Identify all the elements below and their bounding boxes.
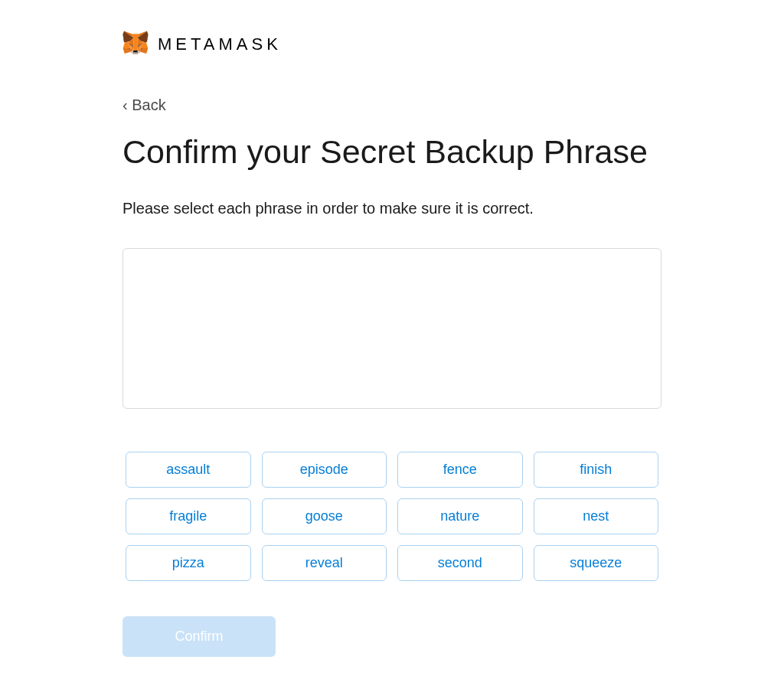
instruction-text: Please select each phrase in order to ma… [122, 200, 662, 217]
word-chip[interactable]: goose [262, 498, 387, 534]
word-chip[interactable]: reveal [262, 545, 387, 581]
word-chip[interactable]: assault [126, 452, 251, 488]
brand-name: METAMASK [158, 34, 282, 54]
word-chip[interactable]: fragile [126, 498, 251, 534]
word-chip[interactable]: fence [397, 452, 523, 488]
word-chip[interactable]: squeeze [534, 545, 659, 581]
word-chip[interactable]: nest [534, 498, 659, 534]
back-link[interactable]: ‹ Back [122, 96, 166, 114]
page-title: Confirm your Secret Backup Phrase [122, 132, 662, 172]
word-chip[interactable]: second [397, 545, 523, 581]
word-grid: assault episode fence finish fragile goo… [122, 452, 662, 581]
svg-marker-23 [133, 50, 138, 52]
metamask-fox-icon [122, 31, 149, 58]
chevron-left-icon: ‹ [122, 96, 128, 113]
app-header: METAMASK [122, 31, 662, 58]
back-label: Back [132, 96, 165, 113]
word-chip[interactable]: finish [534, 452, 659, 488]
confirm-button[interactable]: Confirm [122, 616, 276, 657]
word-chip[interactable]: nature [397, 498, 523, 534]
word-chip[interactable]: pizza [126, 545, 251, 581]
word-chip[interactable]: episode [262, 452, 387, 488]
selected-phrase-box[interactable] [122, 248, 662, 409]
